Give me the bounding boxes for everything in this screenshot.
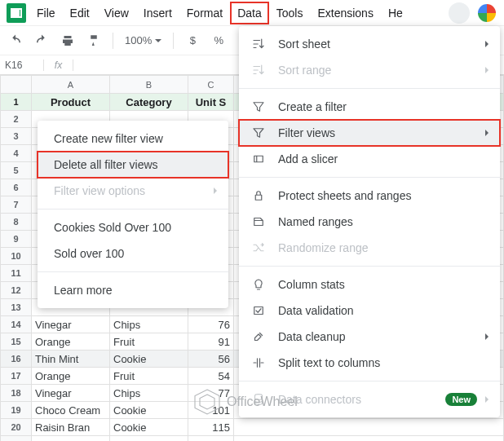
row-header[interactable]: 3 [1, 128, 32, 145]
row-header[interactable]: 1 [1, 94, 32, 111]
row-header[interactable] [1, 436, 32, 442]
zoom-dropdown[interactable]: 100% [122, 34, 165, 46]
row-header[interactable]: 10 [1, 248, 32, 265]
filter-grid-icon [250, 125, 267, 141]
menu-item-sort-sheet[interactable]: Sort sheet [239, 31, 500, 57]
menu-item-column-stats[interactable]: Column stats [239, 271, 500, 298]
menu-insert[interactable]: Insert [136, 2, 179, 24]
menu-item-label: Column stats [278, 278, 345, 291]
account-avatar-icon[interactable] [449, 2, 470, 24]
submenu-item-learn-more[interactable]: Learn more [38, 277, 228, 303]
cell[interactable]: Cookie [110, 351, 188, 368]
cell[interactable]: Vinegar [32, 316, 110, 333]
row-header[interactable]: 18 [1, 385, 32, 402]
menu-item-protect-sheets-and-ranges[interactable]: Protect sheets and ranges [239, 183, 500, 209]
google-logo-icon[interactable] [478, 4, 496, 22]
row-header[interactable]: 5 [1, 162, 32, 179]
print-button[interactable] [57, 30, 78, 51]
cell[interactable]: Fruit [110, 368, 188, 385]
row-header[interactable]: 7 [1, 196, 32, 214]
menu-item-add-a-slicer[interactable]: Add a slicer [239, 146, 500, 172]
name-box[interactable]: K16 [0, 60, 44, 71]
col-header-b[interactable]: B [110, 76, 188, 94]
cell[interactable]: Orange [32, 333, 110, 351]
select-all-corner[interactable] [1, 76, 32, 94]
menu-data[interactable]: Data [230, 2, 269, 24]
submenu-item-sold-over-100[interactable]: Sold over 100 [38, 240, 228, 267]
menu-format[interactable]: Format [179, 2, 230, 24]
submenu-item-delete-all-filter-views[interactable]: Delete all filter views [38, 152, 228, 178]
cell[interactable]: Raisin Bran [32, 419, 110, 436]
cell[interactable]: $402.50 [234, 436, 504, 442]
cell[interactable]: 115 [188, 419, 234, 436]
cell[interactable]: Cookie [110, 402, 188, 419]
cell[interactable] [32, 436, 110, 442]
cell[interactable]: Product [32, 94, 110, 111]
row-header[interactable]: 8 [1, 214, 32, 231]
cell[interactable]: Chips [110, 385, 188, 402]
cell[interactable] [188, 436, 234, 442]
col-header-c[interactable]: C [188, 76, 234, 94]
cell[interactable]: Orange [32, 368, 110, 385]
menu-item-named-ranges[interactable]: Named ranges [239, 209, 500, 235]
row-header[interactable]: 9 [1, 231, 32, 248]
row-header[interactable]: 2 [1, 111, 32, 128]
row-header[interactable]: 12 [1, 282, 32, 299]
row-header[interactable]: 13 [1, 299, 32, 316]
undo-button[interactable] [5, 30, 26, 51]
row-header[interactable]: 20 [1, 419, 32, 436]
percent-button[interactable]: % [208, 30, 229, 51]
cell[interactable] [110, 436, 188, 442]
submenu-arrow-icon [485, 130, 492, 136]
menu-item-data-cleanup[interactable]: Data cleanup [239, 324, 500, 350]
cell[interactable]: Chips [110, 316, 188, 333]
cell[interactable] [234, 419, 504, 436]
cell[interactable]: Fruit [110, 333, 188, 351]
submenu-item-create-new-filter-view[interactable]: Create new filter view [38, 126, 228, 152]
submenu-item-cookies-sold-over-100[interactable]: Cookies Sold Over 100 [38, 214, 228, 240]
menu-item-filter-views[interactable]: Filter views [239, 120, 500, 146]
menu-item-data-validation[interactable]: Data validation [239, 298, 500, 324]
redo-button[interactable] [31, 30, 52, 51]
cell[interactable]: Cookie [110, 419, 188, 436]
menu-view[interactable]: View [97, 2, 136, 24]
menu-file[interactable]: File [29, 2, 63, 24]
cell[interactable]: Choco Cream [32, 402, 110, 419]
lock-icon [250, 187, 267, 204]
paint-format-button[interactable] [83, 30, 104, 51]
row-header[interactable]: 11 [1, 265, 32, 282]
cell[interactable]: Category [110, 94, 188, 111]
menu-item-create-a-filter[interactable]: Create a filter [239, 94, 500, 120]
cell[interactable]: Thin Mint [32, 351, 110, 368]
menu-item-randomize-range: Randomize range [239, 235, 500, 261]
currency-button[interactable]: $ [182, 30, 203, 51]
row-header[interactable]: 15 [1, 333, 32, 351]
table-row: $402.50 [1, 436, 504, 442]
cell[interactable]: 91 [188, 333, 234, 351]
row-header[interactable]: 19 [1, 402, 32, 419]
submenu-arrow-icon [485, 41, 492, 47]
row-header[interactable]: 16 [1, 351, 32, 368]
menu-edit[interactable]: Edit [63, 2, 97, 24]
cell[interactable]: Vinegar [32, 385, 110, 402]
menu-help[interactable]: He [381, 2, 410, 24]
menu-item-label: Randomize range [278, 241, 369, 254]
menu-item-label: Sort range [278, 64, 331, 77]
cell[interactable]: Unit S [188, 94, 234, 111]
row-header[interactable]: 4 [1, 145, 32, 162]
cell[interactable]: 56 [188, 351, 234, 368]
cell[interactable]: 77 [188, 385, 234, 402]
cell[interactable]: 76 [188, 316, 234, 333]
row-header[interactable]: 17 [1, 368, 32, 385]
menu-item-label: Filter views [278, 126, 335, 139]
cell[interactable]: 101 [188, 402, 234, 419]
row-header[interactable]: 14 [1, 316, 32, 333]
menu-extensions[interactable]: Extensions [310, 2, 380, 24]
sort-icon [250, 62, 267, 78]
row-header[interactable]: 6 [1, 179, 32, 196]
submenu-arrow-icon [485, 67, 492, 73]
menu-item-split-text-to-columns[interactable]: Split text to columns [239, 350, 500, 376]
cell[interactable]: 54 [188, 368, 234, 385]
menu-tools[interactable]: Tools [269, 2, 311, 24]
col-header-a[interactable]: A [32, 76, 110, 94]
